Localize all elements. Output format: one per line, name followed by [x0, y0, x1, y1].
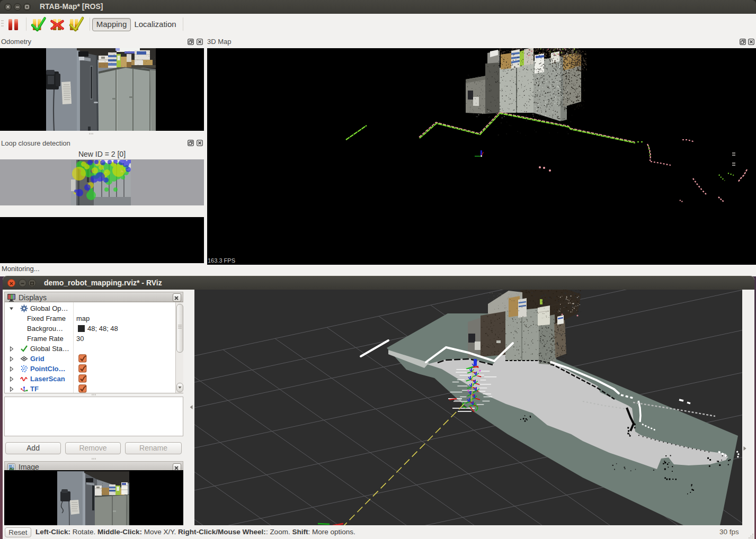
svg-text:163.3 FPS: 163.3 FPS: [208, 257, 235, 264]
